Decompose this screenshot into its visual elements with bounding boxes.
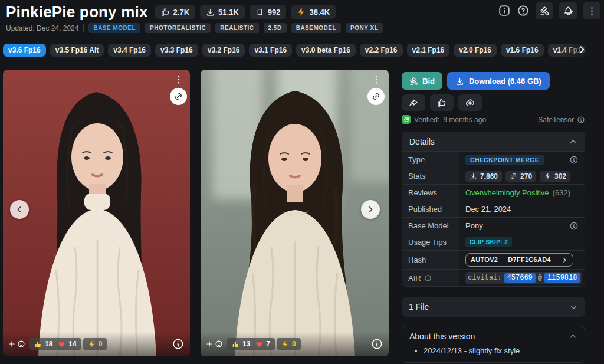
tag-photorealistic[interactable]: PHOTOREALISTIC	[145, 23, 211, 33]
row-label: Stats	[402, 168, 459, 184]
bolt-reaction[interactable]: 0	[277, 338, 301, 350]
info-circle-icon[interactable]	[424, 274, 432, 282]
chevron-up-icon	[569, 137, 577, 146]
version-chip[interactable]: v3.5 Fp16 Alt	[50, 44, 104, 57]
portrait-red-background	[3, 70, 190, 356]
version-chip[interactable]: v2.0 Fp16	[454, 44, 497, 57]
about-header[interactable]: About this version	[409, 332, 577, 341]
heart-icon	[58, 340, 65, 348]
air-prefix: civitai:	[468, 274, 502, 282]
like-heart-reactions[interactable]: 18 14	[29, 338, 81, 350]
tag-realistic[interactable]: REALISTIC	[215, 23, 258, 33]
more-menu-button[interactable]	[583, 2, 600, 19]
files-panel-header[interactable]: 1 File	[402, 297, 585, 317]
gallery-image-2[interactable]: 13 7 0	[201, 70, 389, 356]
download-icon	[470, 172, 477, 180]
type-badge: CHECKPOINT MERGE	[465, 155, 544, 165]
gavel-icon	[409, 77, 418, 86]
air-box: civitai: 457669 @ 1159818	[465, 272, 582, 284]
verified-time-link[interactable]: 9 months ago	[443, 116, 486, 124]
bid-button[interactable]: Bid	[402, 72, 442, 90]
likes-count: 2.7K	[173, 8, 189, 17]
version-chip[interactable]: v3.4 Fp16	[108, 44, 151, 57]
image-info-button[interactable]	[370, 337, 384, 351]
like-heart-reactions[interactable]: 13 7	[227, 338, 275, 350]
detail-row-stats: Stats 7,860 270 302	[402, 168, 585, 184]
divider	[83, 24, 84, 32]
download-icon	[455, 77, 464, 86]
version-chip[interactable]: v1.6 Fp16	[501, 44, 544, 57]
version-chip[interactable]: v2.1 Fp16	[407, 44, 450, 57]
downloads-stat-button[interactable]: 51.1K	[200, 5, 245, 19]
bolt-icon	[88, 340, 96, 348]
info-circle-icon[interactable]	[569, 221, 579, 231]
air-value: civitai: 457669 @ 1159818	[465, 272, 585, 284]
row-label: Usage Tips	[402, 234, 459, 250]
hash-value[interactable]: D7FF1C6AD4	[503, 254, 556, 265]
bolt-count: 0	[292, 340, 296, 348]
help-icon[interactable]	[517, 4, 530, 17]
base-model-badge[interactable]: BASE MODEL	[88, 23, 140, 33]
downloads-stat: 7,860	[465, 171, 502, 182]
reaction-group: 13 7 0	[227, 338, 301, 350]
smiley-icon	[17, 340, 25, 348]
version-chip[interactable]: v3.1 Fp16	[249, 44, 292, 57]
hash-pill[interactable]: AUTOV2 D7FF1C6AD4	[465, 253, 573, 267]
download-button[interactable]: Download (6.46 GB)	[447, 72, 550, 90]
add-reaction-button[interactable]	[8, 340, 25, 348]
air-model-id[interactable]: 457669	[504, 273, 536, 283]
tag-ponyxl[interactable]: PONY XL	[346, 23, 383, 33]
bookmarks-stat-button[interactable]: 992	[250, 5, 287, 19]
image-link-button[interactable]	[367, 88, 385, 105]
bolt-reaction[interactable]: 0	[83, 338, 107, 350]
gallery-image-1[interactable]: 18 14 0	[3, 70, 190, 356]
air-version-id[interactable]: 1159818	[544, 273, 580, 283]
version-chip[interactable]: v1.3 Fp16	[595, 44, 604, 57]
image-menu-button[interactable]	[172, 73, 185, 86]
info-circle-icon	[172, 337, 185, 350]
detail-row-published: Published Dec 21, 2024	[402, 201, 585, 217]
primary-actions: Bid Download (6.46 GB)	[402, 72, 585, 90]
info-icon[interactable]	[498, 4, 511, 17]
thumbs-up-icon	[34, 340, 42, 348]
version-chip[interactable]: v3.0 beta Fp16	[296, 44, 356, 57]
tag-25d[interactable]: 2.5D	[264, 23, 287, 33]
tag-basemodel[interactable]: BASEMODEL	[291, 23, 341, 33]
carousel-next-button[interactable]	[361, 200, 380, 219]
info-circle-icon[interactable]	[569, 155, 579, 165]
model-page: PinkiePie pony mix 2.7K 51.1K 992 38.4K	[0, 0, 604, 364]
detail-row-reviews: Reviews Overwhelmingly Positive (632)	[402, 184, 585, 201]
carousel-prev-button[interactable]	[10, 200, 29, 219]
verified-row: Verified: 9 months ago SafeTensor	[402, 115, 585, 124]
version-chip[interactable]: v3.3 Fp16	[155, 44, 198, 57]
chevron-down-icon	[569, 303, 578, 311]
energy-stat-button[interactable]: 38.4K	[291, 5, 336, 19]
add-reaction-button[interactable]	[205, 340, 223, 348]
like-button[interactable]	[430, 94, 454, 111]
auction-button[interactable]	[536, 2, 553, 19]
version-chip[interactable]: v2.2 Fp16	[360, 44, 403, 57]
version-chip-selected[interactable]: v3.6 Fp16	[3, 44, 46, 57]
image-menu-button[interactable]	[370, 73, 383, 86]
vault-button[interactable]	[458, 94, 482, 111]
detail-row-air: AIR civitai: 457669 @ 1159818	[402, 269, 585, 286]
heart-count: 7	[266, 340, 270, 348]
likes-stat-button[interactable]: 2.7K	[155, 5, 195, 19]
image-link-button[interactable]	[170, 88, 187, 105]
thumbs-up-icon	[161, 8, 170, 17]
details-header[interactable]: Details	[402, 132, 585, 151]
share-button[interactable]	[402, 94, 425, 111]
hash-expand-button[interactable]	[556, 254, 573, 265]
heart-count: 14	[68, 340, 76, 348]
like-count: 13	[242, 340, 250, 348]
link-icon	[174, 92, 183, 101]
reviews-link[interactable]: Overwhelmingly Positive	[465, 188, 549, 197]
detail-row-hash: Hash AUTOV2 D7FF1C6AD4	[402, 250, 585, 269]
version-chip[interactable]: v3.2 Fp16	[202, 44, 245, 57]
format-label: SafeTensor	[538, 116, 574, 124]
notify-button[interactable]	[559, 2, 577, 19]
download-icon	[206, 8, 215, 17]
info-circle-icon[interactable]	[577, 116, 585, 124]
versions-scroll-right-button[interactable]	[576, 44, 587, 55]
image-info-button[interactable]	[171, 337, 185, 351]
